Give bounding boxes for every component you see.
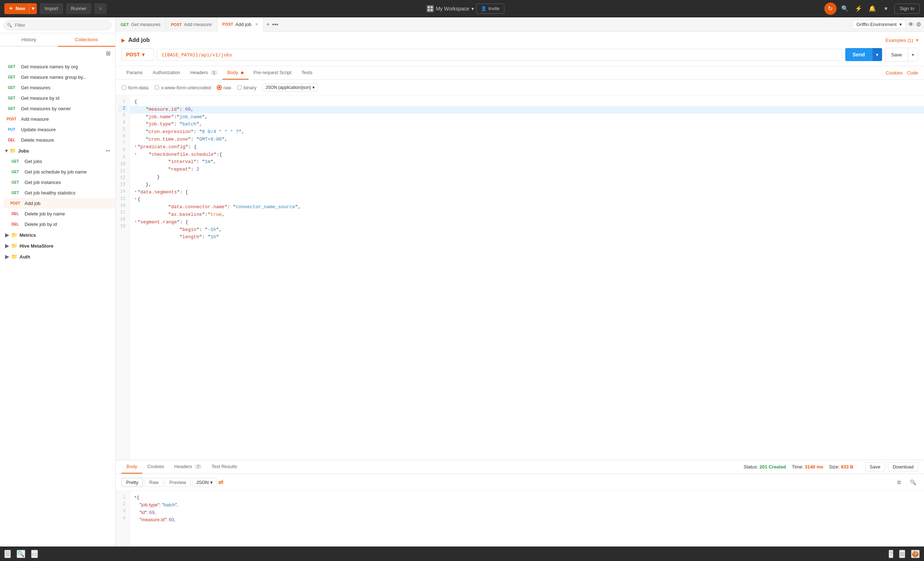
response-tab-headers[interactable]: Headers 7: [170, 460, 207, 474]
method-badge-get: GET: [5, 75, 18, 79]
settings-icon-button[interactable]: ⚙: [916, 21, 921, 28]
filter-icon-button[interactable]: ⇌: [218, 478, 224, 486]
list-item[interactable]: GET Get measures by owner: [0, 103, 115, 114]
list-item[interactable]: DEL Delete measure: [0, 135, 115, 145]
collapse-toggle[interactable]: ▾: [134, 219, 137, 225]
radio-form-data[interactable]: form-data: [122, 85, 148, 90]
signin-button[interactable]: Sign In: [894, 4, 920, 14]
send-dropdown-button[interactable]: ▾: [872, 48, 882, 61]
list-item[interactable]: GET Get measure by id: [0, 93, 115, 103]
url-input[interactable]: [157, 49, 842, 61]
tab-get-measures[interactable]: GET Get measures: [116, 17, 166, 32]
json-type-dropdown[interactable]: JSON (application/json) ▾: [262, 84, 318, 92]
json-format-dropdown[interactable]: JSON ▾: [192, 478, 217, 487]
more-tabs-button[interactable]: •••: [272, 21, 279, 28]
list-item[interactable]: GET Get job healthy statistics: [4, 188, 115, 198]
runner-button[interactable]: Runner: [66, 3, 92, 14]
folder-hive[interactable]: ▶ 📁 Hive MetaStore: [0, 241, 115, 251]
folder-menu-icon[interactable]: •••: [105, 148, 110, 153]
response-tab-test-results[interactable]: Test Results: [207, 460, 242, 474]
folder-jobs[interactable]: ▾ 📁 Jobs •••: [0, 145, 115, 156]
save-dropdown-button[interactable]: ▾: [908, 48, 918, 61]
folder-metrics[interactable]: ▶ 📁 Metrics: [0, 230, 115, 241]
tab-collections[interactable]: Collections: [58, 33, 116, 47]
item-label: Get job healthy statistics: [25, 190, 110, 196]
item-label: Get job schedule by job name: [25, 169, 110, 174]
response-tab-cookies[interactable]: Cookies: [142, 460, 170, 474]
bell-icon-button[interactable]: 🔔: [867, 3, 878, 14]
list-item[interactable]: DEL Delete job by name: [4, 209, 115, 219]
list-item[interactable]: DEL Delete job by id: [4, 219, 115, 230]
tab-tests[interactable]: Tests: [297, 66, 318, 80]
content: GET Get measures POST Add measure POST A…: [116, 17, 924, 546]
raw-button[interactable]: Raw: [144, 478, 163, 487]
filter-input[interactable]: [4, 20, 112, 30]
status-value: 201 Created: [760, 464, 786, 469]
tab-history[interactable]: History: [0, 33, 58, 47]
tab-params[interactable]: Params: [122, 66, 148, 80]
list-item[interactable]: GET Get job instances: [4, 177, 115, 188]
cookie-button[interactable]: 🍪: [911, 550, 920, 558]
tab-post-add-job[interactable]: POST Add job ✕: [218, 17, 264, 32]
list-item[interactable]: GET Get measure names by org: [0, 62, 115, 72]
save-button[interactable]: Save: [885, 48, 908, 61]
tab-body[interactable]: Body: [222, 66, 249, 80]
collapse-toggle[interactable]: ▾: [134, 189, 137, 195]
download-button[interactable]: Download: [888, 462, 918, 471]
radio-binary[interactable]: binary: [237, 85, 256, 90]
method-dropdown[interactable]: POST ▾: [122, 48, 154, 61]
import-button[interactable]: Import: [40, 3, 63, 14]
layout-button[interactable]: ⊞: [899, 550, 905, 558]
pretty-button[interactable]: Pretty: [122, 478, 143, 487]
tab-pre-request[interactable]: Pre-request Script: [249, 66, 297, 80]
radio-raw[interactable]: raw: [217, 85, 231, 90]
response-code-content[interactable]: ▾ { "job.type": "batch", "id": 69, "meas…: [130, 491, 924, 546]
sidebar-toggle-button[interactable]: ☰: [4, 550, 11, 558]
cookies-link[interactable]: Cookies: [886, 70, 903, 75]
code-content[interactable]: { "measure.id": 60, "job.name":"job_name…: [130, 95, 924, 460]
tab-label: Add job: [236, 22, 251, 27]
env-dropdown[interactable]: Griffin Environment ▾: [852, 20, 906, 29]
help-button[interactable]: ?: [889, 550, 893, 558]
console-button[interactable]: ▭: [31, 550, 38, 558]
list-item[interactable]: PUT Update measure: [0, 124, 115, 135]
list-item[interactable]: GET Get measures: [0, 83, 115, 93]
tab-post-add-measure[interactable]: POST Add measure: [166, 17, 217, 32]
save-response-button[interactable]: Save: [865, 462, 885, 471]
workspace-button[interactable]: My Workspace ▾: [427, 5, 474, 12]
invite-button[interactable]: 👤 Invite: [476, 4, 504, 14]
search-icon-button[interactable]: 🔍: [908, 477, 918, 487]
new-tab-button[interactable]: ＋: [265, 21, 271, 28]
status-label: Status: 201 Created: [744, 464, 786, 469]
fork-icon-button[interactable]: ⑂: [94, 3, 106, 14]
heart-icon-button[interactable]: ♥: [880, 3, 891, 14]
preview-button[interactable]: Preview: [165, 478, 191, 487]
settings-icon-button[interactable]: ⚡: [853, 3, 864, 14]
list-item-add-job[interactable]: POST Add job: [4, 198, 115, 209]
examples-link[interactable]: Examples (1): [885, 38, 913, 43]
collapse-toggle[interactable]: ▾: [134, 196, 137, 202]
collapse-toggle[interactable]: ▾: [134, 494, 136, 500]
list-item[interactable]: POST Add measure: [0, 114, 115, 124]
list-item[interactable]: GET Get job schedule by job name: [4, 167, 115, 177]
tab-authorization[interactable]: Authorization: [148, 66, 185, 80]
sync-button[interactable]: ↻: [824, 3, 837, 15]
list-item[interactable]: GET Get jobs: [4, 156, 115, 167]
search-bottom-button[interactable]: 🔍: [16, 550, 25, 558]
radio-urlencoded[interactable]: x-www-form-urlencoded: [154, 85, 211, 90]
new-button[interactable]: ＋ New ▾: [4, 3, 37, 14]
add-collection-button[interactable]: ⊞: [105, 49, 112, 58]
tab-headers[interactable]: Headers 1: [185, 66, 222, 80]
collapse-arrow-icon[interactable]: ▶: [122, 37, 125, 43]
copy-icon-button[interactable]: ⧉: [894, 477, 904, 487]
tab-close-icon[interactable]: ✕: [255, 22, 258, 27]
send-button[interactable]: Send: [845, 48, 872, 61]
eye-icon-button[interactable]: 👁: [908, 21, 914, 28]
folder-auth[interactable]: ▶ 📁 Auth: [0, 251, 115, 262]
list-item[interactable]: GET Get measure names group by...: [0, 72, 115, 83]
collapse-toggle[interactable]: ▾: [134, 143, 137, 150]
search-icon-button[interactable]: 🔍: [840, 3, 850, 14]
code-link[interactable]: Code: [907, 70, 918, 75]
response-tab-body[interactable]: Body: [122, 460, 142, 474]
collapse-toggle[interactable]: ▾: [134, 151, 137, 158]
